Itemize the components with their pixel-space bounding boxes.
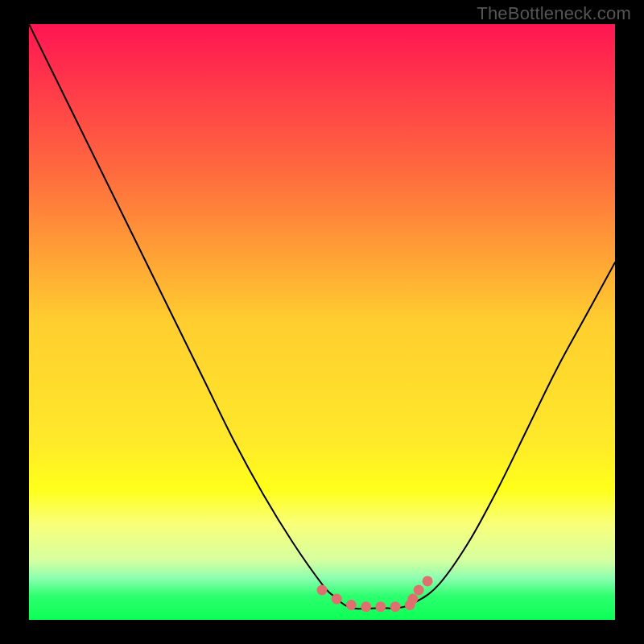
flat-minimum-marker <box>317 576 433 612</box>
chart-frame: TheBottleneck.com <box>0 0 644 644</box>
svg-point-5 <box>375 601 386 612</box>
svg-point-8 <box>407 594 418 605</box>
svg-point-6 <box>390 601 401 612</box>
watermark: TheBottleneck.com <box>477 3 631 24</box>
svg-point-4 <box>361 601 371 612</box>
svg-point-10 <box>423 576 433 586</box>
svg-point-1 <box>317 585 328 596</box>
svg-point-3 <box>346 600 357 610</box>
svg-point-9 <box>414 585 424 596</box>
curve-overlay <box>0 0 644 644</box>
svg-point-2 <box>332 594 342 605</box>
bottleneck-curve <box>29 24 615 609</box>
